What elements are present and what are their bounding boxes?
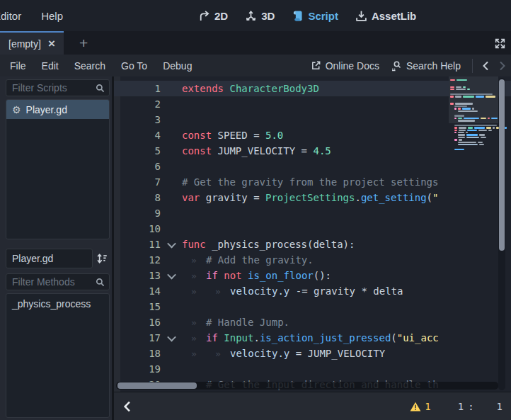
warning-count: 1 (425, 401, 430, 412)
horizontal-scrollbar-thumb[interactable] (117, 382, 197, 389)
code-token: gravity = (200, 192, 265, 203)
workspace-script-button[interactable]: Script (292, 10, 338, 22)
workspace-switcher: 2D 3D Script AssetLib (198, 0, 416, 31)
line-number[interactable]: 14 (114, 285, 161, 297)
line-number[interactable]: 4 (114, 130, 161, 141)
code-token: -= gravity * delta (289, 285, 403, 297)
minimap-segment (458, 134, 465, 135)
code-token: _physics_process(delta): (206, 239, 355, 250)
search-help-button[interactable]: Search Help (391, 60, 461, 72)
toggle-scripts-panel-icon[interactable] (122, 401, 132, 412)
script-editor-menubar: File Edit Search Go To Debug Online Docs… (0, 55, 511, 76)
script-list-item-player[interactable]: ⚙ Player.gd (6, 100, 109, 119)
fold-arrow-icon[interactable] (161, 273, 182, 279)
horizontal-scrollbar[interactable] (116, 382, 498, 390)
external-link-icon (311, 60, 321, 71)
line-number[interactable]: 13 (114, 270, 161, 281)
menu-file[interactable]: File (2, 60, 34, 72)
cursor-line: 1 (458, 401, 464, 412)
line-number[interactable]: 12 (114, 254, 161, 266)
minimap-segment (466, 134, 478, 135)
line-number[interactable]: 8 (114, 192, 161, 203)
code-token: JUMP_VELOCITY = (212, 145, 313, 157)
scripts-list: ⚙ Player.gd (6, 99, 110, 239)
minimap-viewport[interactable] (449, 76, 498, 123)
editor-status-bar: 1 1 : 1 (112, 392, 511, 420)
methods-list: _physics_process (6, 293, 110, 418)
code-token: var (182, 192, 200, 203)
menu-search[interactable]: Search (67, 60, 113, 72)
new-tab-button[interactable]: + (75, 31, 92, 55)
line-number[interactable]: 6 (114, 161, 161, 172)
filter-methods-input[interactable] (6, 273, 110, 290)
search-help-icon (391, 60, 402, 72)
minimap-segment (459, 139, 462, 140)
code-token: if (206, 270, 218, 281)
line-number[interactable]: 18 (114, 348, 161, 359)
minimap-segment (478, 130, 487, 131)
line-number[interactable]: 1 (114, 83, 161, 94)
line-number[interactable]: 9 (114, 208, 161, 219)
code-token: extends (182, 83, 224, 94)
history-back-icon[interactable] (477, 57, 494, 74)
warnings-badge[interactable]: 1 (410, 401, 430, 412)
line-number[interactable]: 7 (114, 176, 161, 188)
history-forward-icon[interactable] (494, 57, 511, 74)
code-token: Input (224, 332, 253, 344)
code-token: is_action_just_pressed (260, 332, 391, 344)
vertical-scrollbar-thumb[interactable] (499, 79, 505, 251)
download-icon (355, 10, 367, 22)
minimap-segment (454, 139, 457, 140)
vertical-scrollbar[interactable] (498, 78, 505, 390)
sort-methods-icon[interactable] (94, 251, 110, 266)
expand-fullscreen-icon[interactable] (493, 36, 507, 50)
tab-empty-script[interactable]: [empty] × (0, 31, 64, 55)
minimap-segment (458, 142, 476, 143)
line-number[interactable]: 10 (114, 223, 161, 234)
code-token: func (182, 239, 206, 250)
menu-goto[interactable]: Go To (113, 60, 155, 72)
menu-help[interactable]: Help (31, 10, 73, 22)
line-number[interactable]: 2 (114, 98, 161, 110)
gear-icon: ⚙ (12, 105, 21, 115)
workspace-assetlib-button[interactable]: AssetLib (355, 10, 416, 22)
tab-indent-marker: » (182, 317, 206, 328)
code-editor-column: 1extends CharacterBody3D234const SPEED =… (112, 76, 511, 420)
menubar-separator (472, 59, 473, 73)
code-token: # Add the gravity. (206, 254, 314, 266)
minimap-segment (454, 127, 457, 128)
filter-scripts-input[interactable] (6, 79, 110, 96)
line-number[interactable]: 15 (114, 301, 161, 312)
line-number[interactable]: 5 (114, 145, 161, 157)
method-list-item[interactable]: _physics_process (6, 294, 109, 313)
close-tab-icon[interactable]: × (48, 38, 55, 50)
tab-indent-marker: » (182, 271, 206, 281)
code-token: (): (314, 270, 331, 281)
menu-edit[interactable]: Edit (34, 60, 67, 72)
code-token: 5.0 (265, 130, 283, 141)
line-number[interactable]: 3 (114, 114, 161, 125)
code-token: SPEED = (212, 130, 265, 141)
menu-editor[interactable]: Editor (0, 10, 31, 22)
code-token: = JUMP_VELOCITY (289, 348, 385, 359)
fold-arrow-icon[interactable] (161, 242, 182, 248)
workspace-2d-label: 2D (214, 10, 228, 22)
line-number[interactable]: 11 (114, 239, 161, 250)
workspace-3d-label: 3D (261, 10, 275, 22)
script-name-field[interactable] (6, 249, 93, 268)
code-editor[interactable]: 1extends CharacterBody3D234const SPEED =… (112, 76, 511, 392)
line-number[interactable]: 19 (114, 363, 161, 375)
workspace-2d-button[interactable]: 2D (198, 10, 228, 22)
menu-debug[interactable]: Debug (155, 60, 200, 72)
cursor-separator: : (468, 401, 473, 412)
code-token: " (432, 192, 438, 203)
minimap[interactable] (449, 76, 498, 392)
line-number[interactable]: 16 (114, 317, 161, 328)
line-number[interactable]: 17 (114, 332, 161, 344)
code-token: ( (427, 192, 432, 203)
tab-indent-marker: » (182, 286, 206, 297)
online-docs-button[interactable]: Online Docs (311, 60, 379, 72)
minimap-segment (488, 130, 492, 131)
workspace-3d-button[interactable]: 3D (245, 10, 275, 22)
fold-arrow-icon[interactable] (161, 335, 182, 341)
